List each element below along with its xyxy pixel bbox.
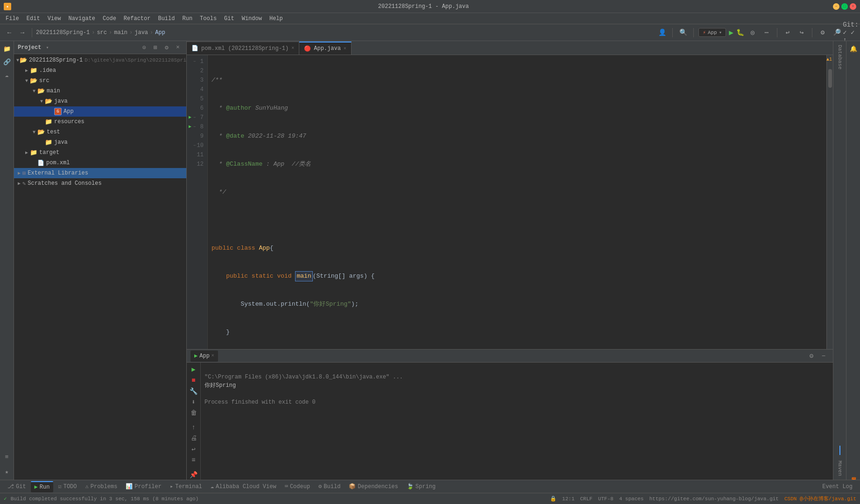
more-run-options[interactable]: ⋯: [761, 27, 772, 38]
tree-pom[interactable]: ▶ 📄 pom.xml: [14, 158, 186, 168]
breadcrumb-current[interactable]: App: [155, 29, 165, 36]
scroll-up-icon[interactable]: ↑: [188, 422, 199, 432]
code-content[interactable]: /** * @author SunYuHang * @date 2022-11-…: [208, 55, 826, 349]
footer-tab-eventlog[interactable]: Event Log: [818, 481, 856, 492]
menu-file[interactable]: File: [2, 14, 23, 23]
run-configuration[interactable]: ⚡ App ▾: [698, 28, 726, 37]
menu-refactor[interactable]: Refactor: [120, 14, 155, 23]
sidebar-project-icon[interactable]: 📁: [1, 43, 13, 55]
sidebar-favorites-icon[interactable]: ★: [1, 466, 13, 478]
list-icon[interactable]: ≡: [188, 455, 199, 465]
minimize-button[interactable]: −: [833, 3, 839, 10]
alibaba-cloud-icon[interactable]: 阿里云: [849, 468, 858, 480]
tree-java[interactable]: ▼ 📂 java: [14, 96, 186, 106]
tree-src[interactable]: ▼ 📂 src: [14, 76, 186, 86]
run-indicator-7[interactable]: ▶: [189, 113, 191, 122]
search-button[interactable]: 🔎: [831, 27, 842, 38]
run-tab[interactable]: ▶ App ×: [190, 350, 218, 362]
sidebar-structure-icon[interactable]: ≡: [1, 451, 13, 463]
menu-navigate[interactable]: Navigate: [64, 14, 99, 23]
sidebar-explorer-icon[interactable]: ☁: [1, 69, 13, 81]
footer-tab-terminal[interactable]: ▸ Terminal: [166, 481, 206, 492]
menu-run[interactable]: Run: [178, 14, 196, 23]
tree-ext-libs[interactable]: ▶ ⊞ External Libraries: [14, 168, 186, 178]
fold-1[interactable]: −: [193, 57, 196, 66]
search-everywhere-button[interactable]: 🔍: [677, 27, 689, 38]
breadcrumb-src[interactable]: src: [97, 29, 107, 36]
breadcrumb-main[interactable]: main: [114, 29, 127, 36]
maven-label[interactable]: Maven: [835, 457, 845, 480]
back-button[interactable]: ←: [4, 27, 15, 38]
run-with-coverage[interactable]: ◎: [747, 27, 758, 38]
git-status[interactable]: Git: ✓ ✓ ↑: [845, 27, 856, 38]
menu-window[interactable]: Window: [238, 14, 266, 23]
breadcrumb-java[interactable]: java: [134, 29, 148, 36]
wrench-icon[interactable]: 🔧: [188, 386, 199, 396]
status-crlf[interactable]: CRLF: [580, 496, 592, 502]
tree-main[interactable]: ▼ 📂 main: [14, 86, 186, 96]
settings-button[interactable]: ⚙: [817, 27, 828, 38]
footer-tab-git[interactable]: ⎇ Git: [4, 481, 30, 492]
bottom-minimize-icon[interactable]: −: [818, 350, 829, 362]
build-status-text[interactable]: Build completed successfully in 3 sec, 1…: [11, 496, 199, 502]
panel-locate-icon[interactable]: ⊙: [140, 43, 149, 52]
tree-target[interactable]: ▶ 📁 target: [14, 147, 186, 158]
scroll-end-icon[interactable]: ⬇: [188, 397, 199, 407]
right-notifications-icon[interactable]: 🔔: [847, 43, 860, 55]
redo-button[interactable]: ↪: [796, 27, 807, 38]
run-indicator-8[interactable]: ▶: [189, 122, 191, 132]
tree-app[interactable]: ▶ G App: [14, 106, 186, 117]
menu-build[interactable]: Build: [154, 14, 178, 23]
footer-tab-alibaba[interactable]: ☁ Alibaba Cloud View: [207, 481, 280, 492]
tree-test-java[interactable]: ▶ 📁 java: [14, 137, 186, 147]
print-icon[interactable]: 🖨: [188, 434, 199, 443]
softrap-icon[interactable]: ↩: [188, 444, 199, 454]
pom-tab-close[interactable]: ×: [291, 46, 294, 51]
tree-idea[interactable]: ▶ 📁 .idea: [14, 65, 186, 76]
menu-view[interactable]: View: [44, 14, 65, 23]
footer-tab-todo[interactable]: ☑ TODO: [54, 481, 80, 492]
panel-close-icon[interactable]: ×: [173, 43, 183, 52]
profile-button[interactable]: 👤: [656, 27, 668, 38]
footer-tab-dependencies[interactable]: 📦 Dependencies: [345, 481, 402, 492]
clear-icon[interactable]: 🗑: [188, 408, 199, 418]
bottom-settings-icon[interactable]: ⚙: [806, 350, 817, 362]
scrollbar-thumb[interactable]: [828, 69, 832, 88]
menu-edit[interactable]: Edit: [23, 14, 44, 23]
debug-button[interactable]: 🐛: [736, 28, 744, 36]
panel-dropdown[interactable]: ▾: [46, 45, 49, 50]
pin-icon[interactable]: 📌: [188, 470, 199, 480]
menu-git[interactable]: Git: [220, 14, 238, 23]
forward-button[interactable]: →: [17, 27, 28, 38]
footer-tab-codeup[interactable]: ⌨ Codeup: [281, 481, 314, 492]
app-tab-close[interactable]: ×: [344, 46, 346, 51]
database-label[interactable]: Database: [835, 41, 845, 73]
rerun-button[interactable]: ▶: [188, 364, 199, 374]
tab-app[interactable]: 🔴 App.java ×: [299, 42, 352, 55]
tree-root[interactable]: ▼ 📂 20221128Spring-1 D:\gitee\java\Sprin…: [14, 55, 186, 65]
tree-test[interactable]: ▼ 📂 test: [14, 127, 186, 137]
footer-tab-problems[interactable]: ⚠ Problems: [82, 481, 121, 492]
stop-button[interactable]: ■: [188, 375, 199, 385]
fold-10[interactable]: −: [193, 141, 196, 150]
footer-tab-run[interactable]: ▶ Run: [31, 481, 54, 492]
fold-7[interactable]: −: [193, 113, 196, 122]
run-tab-close[interactable]: ×: [211, 353, 214, 358]
maximize-button[interactable]: □: [841, 3, 848, 10]
menu-code[interactable]: Code: [99, 14, 120, 23]
close-button[interactable]: ×: [850, 3, 856, 10]
footer-tab-build[interactable]: ⚙ Build: [315, 481, 344, 492]
run-button[interactable]: ▶: [729, 28, 733, 37]
menu-help[interactable]: Help: [266, 14, 287, 23]
panel-expand-icon[interactable]: ⊞: [151, 43, 160, 52]
panel-settings-icon[interactable]: ⚙: [162, 43, 171, 52]
status-position[interactable]: 12:1: [562, 496, 574, 502]
status-utf8[interactable]: UTF-8: [598, 496, 613, 502]
tree-scratches[interactable]: ▶ ✎ Scratches and Consoles: [14, 178, 186, 189]
tree-resources[interactable]: ▶ 📁 resources: [14, 117, 186, 127]
menu-tools[interactable]: Tools: [196, 14, 220, 23]
sidebar-commit-icon[interactable]: 🔗: [1, 56, 13, 68]
footer-tab-spring[interactable]: 🍃 Spring: [403, 481, 439, 492]
tab-pom[interactable]: 📄 pom.xml (20221128Spring-1) ×: [187, 42, 299, 55]
status-git-url[interactable]: https://gitee.com/sun-yuhang-blog/java.g…: [649, 496, 779, 502]
